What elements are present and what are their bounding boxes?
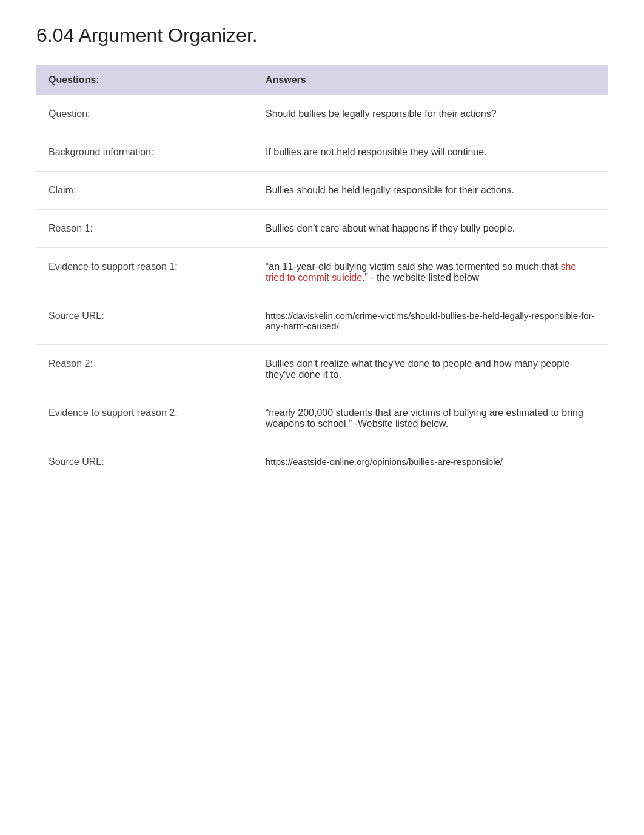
col-questions-header: Questions: <box>36 65 253 95</box>
row-label: Source URL: <box>36 297 253 345</box>
table-row: Source URL:https://eastside-online.org/o… <box>36 443 608 481</box>
row-label: Background information: <box>36 133 253 172</box>
row-answer: https://eastside-online.org/opinions/bul… <box>253 443 608 481</box>
table-row: Evidence to support reason 1:“an 11-year… <box>36 248 608 297</box>
row-label: Evidence to support reason 2: <box>36 394 253 443</box>
col-answers-header: Answers <box>253 65 608 95</box>
row-label: Evidence to support reason 1: <box>36 248 253 297</box>
row-answer: If bullies are not held responsible they… <box>253 133 608 172</box>
table-row: Reason 1:Bullies don't care about what h… <box>36 210 608 248</box>
row-answer: Bullies don't care about what happens if… <box>253 210 608 248</box>
table-row: Claim: Bullies should be held legally re… <box>36 172 608 210</box>
page-title: 6.04 Argument Organizer. <box>36 24 608 47</box>
highlighted-text: she tried to commit suicide <box>266 261 576 283</box>
row-answer: “nearly 200,000 students that are victim… <box>253 394 608 443</box>
row-answer: Bullies don't realize what they've done … <box>253 345 608 394</box>
table-row: Source URL:https://daviskelin.com/crime-… <box>36 297 608 345</box>
table-row: Question:Should bullies be legally respo… <box>36 95 608 133</box>
row-label: Claim: <box>36 172 253 210</box>
row-answer: “an 11-year-old bullying victim said she… <box>253 248 608 297</box>
row-label: Source URL: <box>36 443 253 481</box>
row-answer: Should bullies be legally responsible fo… <box>253 95 608 133</box>
row-label: Reason 1: <box>36 210 253 248</box>
table-row: Evidence to support reason 2:“nearly 200… <box>36 394 608 443</box>
row-label: Reason 2: <box>36 345 253 394</box>
table-row: Reason 2:Bullies don't realize what they… <box>36 345 608 394</box>
table-row: Background information:If bullies are no… <box>36 133 608 172</box>
row-label: Question: <box>36 95 253 133</box>
row-answer: https://daviskelin.com/crime-victims/sho… <box>253 297 608 345</box>
row-answer: Bullies should be held legally responsib… <box>253 172 608 210</box>
argument-organizer-table: Questions: Answers Question:Should bulli… <box>36 65 608 481</box>
